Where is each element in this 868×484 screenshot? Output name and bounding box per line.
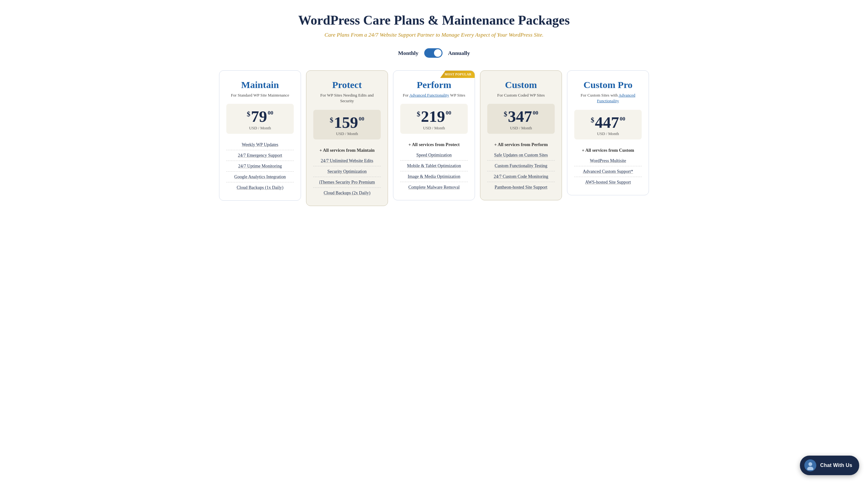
price-block-custom: $ 347 00 USD / Month [487,104,555,134]
features-list-custom-pro: + All services from CustomWordPress Mult… [574,145,642,188]
plan-card-perform: MOST POPULAR Perform For Advanced Functi… [393,70,475,200]
price-period: USD / Month [403,126,465,131]
advanced-functionality-link[interactable]: Advanced Functionality [409,93,449,97]
feature-item: 24/7 Unlimited Website Edits [313,155,381,166]
plan-desc-maintain: For Standard WP Site Maintenance [226,92,294,98]
price-dollar: $ [330,116,333,124]
feature-item: 24/7 Emergency Support [226,150,294,161]
plan-name-maintain: Maintain [226,80,294,90]
feature-item: Advanced Custom Support* [574,166,642,177]
price-amount: 159 [334,114,358,130]
feature-item: + All services from Custom [574,145,642,155]
plan-card-maintain: Maintain For Standard WP Site Maintenanc… [219,70,301,201]
billing-toggle-row: Monthly Annually [6,48,862,58]
features-list-maintain: Weekly WP Updates24/7 Emergency Support2… [226,139,294,193]
price-period: USD / Month [490,126,552,131]
page-title: WordPress Care Plans & Maintenance Packa… [6,12,862,28]
price-amount: 219 [421,108,445,124]
feature-item: Google Analytics Integration [226,172,294,182]
toggle-knob [434,49,441,57]
feature-item: WordPress Multisite [574,155,642,166]
price-block-protect: $ 159 00 USD / Month [313,110,381,139]
billing-toggle[interactable] [424,48,442,58]
features-list-perform: + All services from ProtectSpeed Optimiz… [400,139,468,193]
feature-item: Cloud Backups (2x Daily) [313,188,381,198]
price-period: USD / Month [578,132,639,136]
most-popular-badge: MOST POPULAR [440,71,475,78]
plan-name-custom-pro: Custom Pro [574,80,642,90]
feature-item: Weekly WP Updates [226,139,294,150]
price-cents: 00 [446,110,451,116]
price-block-maintain: $ 79 00 USD / Month [226,104,294,134]
plan-desc-perform: For Advanced Functionality WP Sites [400,92,468,98]
feature-item: Security Optimization [313,166,381,177]
price-cents: 00 [268,110,273,116]
plan-card-custom: Custom For Custom Coded WP Sites $ 347 0… [480,70,562,200]
features-list-custom: + All services from PerformSafe Updates … [487,139,555,193]
plan-name-protect: Protect [313,80,381,90]
price-period: USD / Month [229,126,290,131]
feature-item: iThemes Security Pro Premium [313,177,381,188]
price-cents: 00 [620,115,625,122]
price-amount: 447 [595,114,619,130]
feature-item: + All services from Maintain [313,145,381,155]
price-cents: 00 [359,115,364,122]
feature-item: Mobile & Tablet Optimization [400,161,468,171]
plan-name-custom: Custom [487,80,555,90]
plan-card-custom-pro: Custom Pro For Custom Sites with Advance… [567,70,649,195]
plan-desc-protect: For WP Sites Needing Edits and Security [313,92,381,104]
features-list-protect: + All services from Maintain24/7 Unlimit… [313,145,381,198]
plan-card-protect: Protect For WP Sites Needing Edits and S… [306,70,388,206]
price-block-custom-pro: $ 447 00 USD / Month [574,110,642,139]
price-amount: 79 [251,108,267,124]
plans-grid: Maintain For Standard WP Site Maintenanc… [213,70,655,206]
price-cents: 00 [533,110,538,116]
advanced-functionality-link2[interactable]: Advanced Functionality [597,93,636,103]
price-dollar: $ [417,110,420,118]
price-amount: 347 [508,108,532,124]
feature-item: AWS-hosted Site Support [574,177,642,188]
price-block-perform: $ 219 00 USD / Month [400,104,468,134]
plan-name-perform: Perform [400,80,468,90]
feature-item: + All services from Protect [400,139,468,150]
monthly-label: Monthly [398,50,418,56]
feature-item: 24/7 Custom Code Monitoring [487,171,555,182]
feature-item: Image & Media Optimization [400,171,468,182]
feature-item: 24/7 Uptime Monitoring [226,161,294,172]
feature-item: Speed Optimization [400,150,468,161]
price-dollar: $ [591,116,594,124]
feature-item: Pantheon-hosted Site Support [487,182,555,193]
plan-desc-custom-pro: For Custom Sites with Advanced Functiona… [574,92,642,104]
page-subtitle: Care Plans From a 24/7 Website Support P… [6,32,862,38]
price-dollar: $ [504,110,507,118]
feature-item: Cloud Backups (1x Daily) [226,182,294,193]
feature-item: Safe Updates on Custom Sites [487,150,555,161]
annually-label: Annually [448,50,470,56]
feature-item: Custom Functionality Testing [487,161,555,171]
price-period: USD / Month [316,132,378,136]
plan-desc-custom: For Custom Coded WP Sites [487,92,555,98]
feature-item: Complete Malware Removal [400,182,468,193]
feature-item: + All services from Perform [487,139,555,150]
price-dollar: $ [247,110,250,118]
